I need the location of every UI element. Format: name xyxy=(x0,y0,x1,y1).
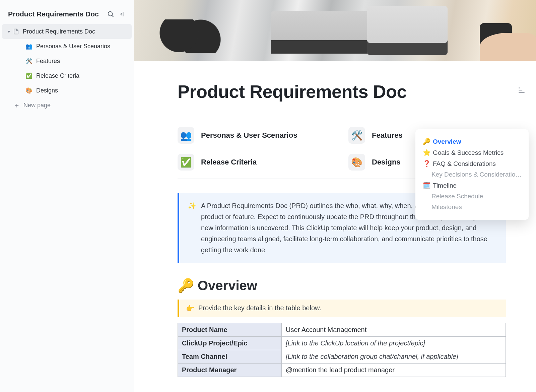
page-title[interactable]: Product Requirements Doc xyxy=(178,81,513,102)
people-icon: 👥 xyxy=(178,127,194,144)
tools-icon: 🛠️ xyxy=(24,58,34,65)
table-row: Team Channel [Link to the collaboration … xyxy=(178,350,506,364)
sidebar-item-personas[interactable]: 👥 Personas & User Scenarios xyxy=(0,39,134,54)
overview-heading-text: Overview xyxy=(198,278,257,293)
collapse-sidebar-icon[interactable] xyxy=(119,11,126,17)
palette-icon: 🎨 xyxy=(24,87,34,94)
sidebar-item-features[interactable]: 🛠️ Features xyxy=(0,54,134,68)
outline-item-goals[interactable]: ⭐ Goals & Success Metrics xyxy=(421,147,523,158)
overview-hint[interactable]: 👉 Provide the key details in the table b… xyxy=(178,300,506,317)
overview-heading[interactable]: 🔑 Overview xyxy=(178,278,513,293)
question-icon: ❓ xyxy=(423,160,430,168)
sidebar-title: Product Requirements Doc xyxy=(8,10,99,18)
sidebar-item-label: Features xyxy=(36,58,60,65)
outline-item-label: Overview xyxy=(433,138,461,145)
table-row: Product Name User Account Management xyxy=(178,323,506,337)
outline-panel: 🔑 Overview ⭐ Goals & Success Metrics ❓ F… xyxy=(415,129,529,220)
page-icon xyxy=(12,28,20,35)
table-label[interactable]: Product Manager xyxy=(178,364,282,377)
check-icon: ✅ xyxy=(178,154,194,171)
sidebar-item-label: Release Criteria xyxy=(36,72,79,79)
sidebar-tree: ▾ Product Requirements Doc 👥 Personas & … xyxy=(0,22,134,115)
svg-point-0 xyxy=(108,12,113,16)
outline-item-faq[interactable]: ❓ FAQ & Considerations xyxy=(421,158,523,169)
outline-toggle-icon[interactable] xyxy=(517,86,526,96)
sidebar-item-label: Product Requirements Doc xyxy=(23,28,95,35)
outline-item-label: Key Decisions & Consideratio… xyxy=(431,171,522,178)
linked-page-label: Features xyxy=(372,131,403,140)
sidebar-item-release-criteria[interactable]: ✅ Release Criteria xyxy=(0,68,134,83)
sparkle-icon: ✨ xyxy=(188,200,196,256)
outline-item-release-schedule[interactable]: Release Schedule xyxy=(421,191,523,202)
sidebar-item-root[interactable]: ▾ Product Requirements Doc xyxy=(2,24,132,39)
outline-item-key-decisions[interactable]: Key Decisions & Consideratio… xyxy=(421,169,523,180)
outline-item-label: Timeline xyxy=(433,182,457,189)
new-page-button[interactable]: ＋ New page xyxy=(0,98,134,113)
svg-line-1 xyxy=(112,15,113,17)
new-page-label: New page xyxy=(23,102,51,109)
plus-icon: ＋ xyxy=(13,101,21,110)
calendar-icon: 🗓️ xyxy=(423,182,430,189)
table-row: ClickUp Project/Epic [Link to the ClickU… xyxy=(178,337,506,350)
outline-item-overview[interactable]: 🔑 Overview xyxy=(421,136,523,147)
palette-icon: 🎨 xyxy=(348,154,365,171)
table-label[interactable]: ClickUp Project/Epic xyxy=(178,337,282,350)
outline-item-label: Milestones xyxy=(431,203,462,211)
sidebar-header: Product Requirements Doc xyxy=(0,4,134,22)
point-right-icon: 👉 xyxy=(186,304,194,312)
table-label[interactable]: Team Channel xyxy=(178,350,282,364)
table-value[interactable]: @mention the lead product manager xyxy=(282,364,506,377)
linked-page-label: Personas & User Scenarios xyxy=(201,131,297,140)
table-value[interactable]: [Link to the collaboration group chat/ch… xyxy=(282,350,506,364)
linked-page-release-criteria[interactable]: ✅ Release Criteria xyxy=(178,154,335,171)
outline-item-label: Release Schedule xyxy=(431,193,483,200)
sidebar-item-label: Designs xyxy=(36,87,58,94)
table-value[interactable]: [Link to the ClickUp location of the pro… xyxy=(282,337,506,350)
overview-hint-text: Provide the key details in the table bel… xyxy=(198,304,321,312)
sidebar: Product Requirements Doc ▾ Product Requi… xyxy=(0,0,134,392)
linked-page-label: Designs xyxy=(372,158,401,167)
sidebar-item-label: Personas & User Scenarios xyxy=(36,43,110,50)
table-row: Product Manager @mention the lead produc… xyxy=(178,364,506,377)
outline-item-label: FAQ & Considerations xyxy=(433,160,496,168)
table-label[interactable]: Product Name xyxy=(178,323,282,337)
outline-item-timeline[interactable]: 🗓️ Timeline xyxy=(421,180,523,191)
sidebar-item-designs[interactable]: 🎨 Designs xyxy=(0,83,134,98)
outline-item-label: Goals & Success Metrics xyxy=(433,149,504,156)
outline-item-milestones[interactable]: Milestones xyxy=(421,202,523,212)
key-icon: 🔑 xyxy=(178,278,194,293)
linked-page-label: Release Criteria xyxy=(201,158,257,167)
sidebar-header-actions xyxy=(107,10,126,18)
linked-page-personas[interactable]: 👥 Personas & User Scenarios xyxy=(178,127,335,144)
check-icon: ✅ xyxy=(24,72,34,79)
search-icon[interactable] xyxy=(107,10,114,18)
cover-image[interactable] xyxy=(134,0,536,61)
people-icon: 👥 xyxy=(24,43,34,50)
chevron-down-icon[interactable]: ▾ xyxy=(5,29,12,34)
main: Product Requirements Doc 👥 Personas & Us… xyxy=(134,0,536,392)
key-icon: 🔑 xyxy=(423,138,430,145)
star-icon: ⭐ xyxy=(423,149,430,156)
tools-icon: 🛠️ xyxy=(348,127,365,144)
overview-table[interactable]: Product Name User Account Management Cli… xyxy=(178,323,506,377)
table-value[interactable]: User Account Management xyxy=(282,323,506,337)
